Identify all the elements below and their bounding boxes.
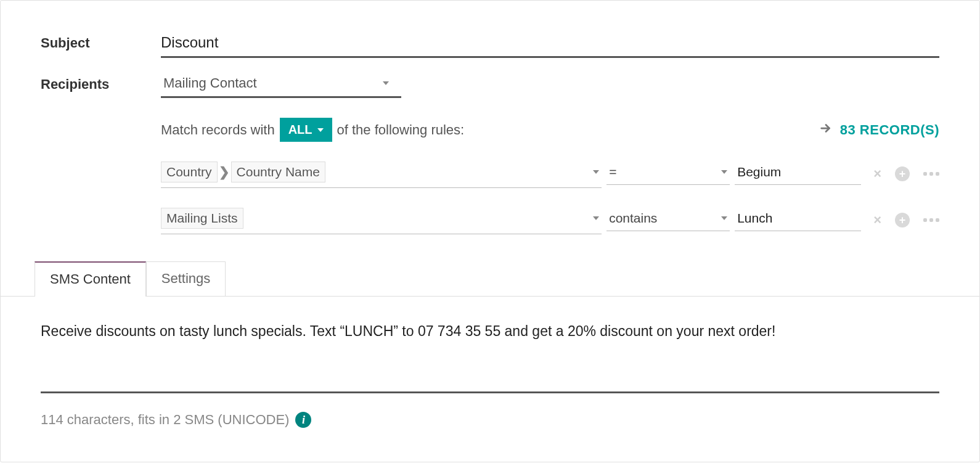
chevron-right-icon: ❯ <box>218 165 231 179</box>
match-mode-label: ALL <box>288 123 312 137</box>
match-mode-button[interactable]: ALL <box>280 118 332 142</box>
rule-row: Country ❯ Country Name = × + <box>161 159 939 188</box>
sms-summary-text: 114 characters, fits in 2 SMS (UNICODE) <box>41 412 289 428</box>
tabs: SMS Content Settings <box>35 261 945 296</box>
match-pre-text: Match records with <box>161 122 275 138</box>
rule-row: Mailing Lists contains × + <box>161 205 939 234</box>
chevron-down-icon <box>593 170 599 174</box>
arrow-right-icon <box>819 121 833 139</box>
rule-operator-select[interactable]: contains <box>606 208 730 231</box>
subject-row: Subject <box>41 31 939 58</box>
plus-icon[interactable]: + <box>895 213 910 227</box>
records-link: 83 RECORD(S) <box>819 121 939 139</box>
rule-field-select[interactable]: Mailing Lists <box>161 205 602 234</box>
sms-body-textarea[interactable] <box>41 321 939 393</box>
recipients-row: Recipients Mailing Contact Match records… <box>41 73 939 234</box>
form-area: Subject Recipients Mailing Contact Match… <box>1 1 979 234</box>
sms-summary: 114 characters, fits in 2 SMS (UNICODE) … <box>41 412 939 428</box>
recipients-value: Mailing Contact <box>163 75 257 91</box>
subject-input[interactable] <box>161 31 939 58</box>
field-chip: Mailing Lists <box>161 208 243 229</box>
rule-value-input[interactable] <box>735 208 861 231</box>
close-icon[interactable]: × <box>873 212 881 228</box>
recipients-select[interactable]: Mailing Contact <box>161 73 401 98</box>
chevron-down-icon <box>721 216 727 220</box>
match-post-text: of the following rules: <box>337 122 465 138</box>
tab-panel-sms-content: 114 characters, fits in 2 SMS (UNICODE) … <box>1 296 979 462</box>
chevron-down-icon <box>383 81 389 85</box>
rule-field-select[interactable]: Country ❯ Country Name <box>161 159 602 188</box>
form-panel: Subject Recipients Mailing Contact Match… <box>0 0 980 462</box>
subject-label: Subject <box>41 31 161 51</box>
more-icon[interactable] <box>923 218 939 222</box>
close-icon[interactable]: × <box>873 166 881 182</box>
rule-operator-select[interactable]: = <box>606 162 730 185</box>
tab-sms-content[interactable]: SMS Content <box>35 261 146 296</box>
recipients-label: Recipients <box>41 73 161 92</box>
rule-actions: × + <box>873 212 939 228</box>
operator-value: = <box>609 165 616 179</box>
chevron-down-icon <box>317 128 324 132</box>
records-count[interactable]: 83 RECORD(S) <box>840 122 939 138</box>
chevron-down-icon <box>593 216 599 220</box>
info-icon[interactable]: i <box>295 412 311 428</box>
recipients-column: Mailing Contact Match records with ALL o… <box>161 73 939 234</box>
match-rule-header: Match records with ALL of the following … <box>161 118 939 142</box>
plus-icon[interactable]: + <box>895 166 910 181</box>
rule-actions: × + <box>873 166 939 182</box>
chevron-down-icon <box>721 170 727 174</box>
operator-value: contains <box>609 211 657 226</box>
field-chip: Country Name <box>231 162 325 182</box>
more-icon[interactable] <box>923 172 939 176</box>
rule-value-input[interactable] <box>735 162 861 185</box>
field-chip: Country <box>161 162 218 182</box>
tab-settings[interactable]: Settings <box>146 261 226 296</box>
